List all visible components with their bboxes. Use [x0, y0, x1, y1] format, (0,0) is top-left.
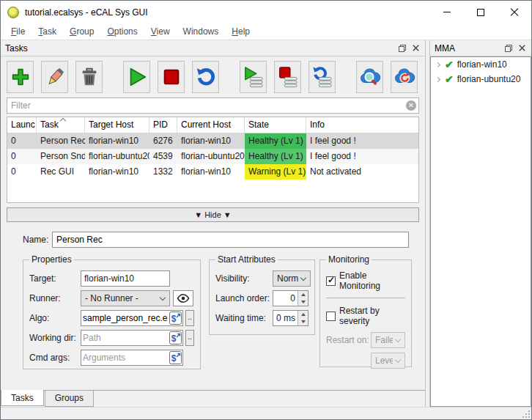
- spin-up-button[interactable]: [298, 291, 308, 298]
- browse-workdir-button[interactable]: ..: [185, 330, 194, 346]
- maximize-button[interactable]: [464, 1, 498, 23]
- properties-title: Properties: [29, 254, 74, 265]
- cmdargs-field-wrap: $: [81, 350, 183, 366]
- tasks-dock: Tasks: [1, 40, 426, 407]
- runner-select[interactable]: - No Runner -: [81, 290, 170, 306]
- menu-windows[interactable]: Windows: [177, 24, 226, 39]
- restart-selected-icon: [311, 66, 333, 88]
- clear-filter-button[interactable]: ✕: [406, 100, 416, 111]
- table-row[interactable]: 0 Rec GUI florian-win10 1332 florian-win…: [7, 164, 418, 180]
- monitoring-title: Monitoring: [326, 254, 372, 265]
- insert-variable-button[interactable]: $: [169, 331, 182, 345]
- update-from-cloud-icon: [394, 66, 415, 88]
- sort-ascending-icon: [59, 118, 65, 124]
- column-launch[interactable]: Launc: [7, 117, 37, 133]
- chevron-down-icon: [160, 294, 166, 300]
- cell-state: Healthy (Lv 1): [245, 133, 306, 149]
- spin-down-button[interactable]: [298, 298, 308, 306]
- workdir-field[interactable]: [81, 331, 169, 345]
- update-from-cloud-button[interactable]: [391, 61, 418, 93]
- mma-close-button[interactable]: [515, 43, 528, 54]
- delete-task-button[interactable]: [75, 61, 103, 93]
- menu-options[interactable]: Options: [100, 24, 144, 39]
- dock-area: Tasks: [1, 40, 531, 407]
- menu-task[interactable]: Task: [32, 24, 63, 39]
- start-icon: [126, 66, 148, 88]
- table-row[interactable]: 0 Person Rec florian-win10 6276 florian-…: [7, 133, 418, 149]
- window-title: tutorial.ecalsys - eCAL Sys GUI: [25, 7, 430, 18]
- spin-up-button[interactable]: [298, 311, 308, 318]
- restart-tasks-button[interactable]: [192, 61, 219, 93]
- restart-by-severity-checkbox[interactable]: Restart by severity: [326, 306, 405, 326]
- tab-tasks[interactable]: Tasks: [1, 390, 44, 406]
- enable-monitoring-checkbox[interactable]: Enable Monitoring: [326, 270, 405, 291]
- column-pid[interactable]: PID: [149, 117, 177, 133]
- task-name-field[interactable]: [52, 232, 409, 248]
- waiting-time-stepper[interactable]: 0 ms: [273, 310, 309, 326]
- mma-float-button[interactable]: [502, 43, 515, 54]
- start-tasks-button[interactable]: [123, 61, 150, 93]
- expand-chevron-icon[interactable]: [435, 62, 440, 67]
- close-icon: [412, 44, 420, 52]
- tasks-close-button[interactable]: [409, 43, 422, 54]
- find-in-cloud-button[interactable]: [356, 61, 383, 93]
- insert-variable-button[interactable]: $: [169, 351, 182, 364]
- column-target-host[interactable]: Target Host: [85, 117, 149, 133]
- cell-launch: 0: [7, 149, 37, 164]
- target-field[interactable]: [81, 270, 170, 287]
- chevron-down-icon: [395, 336, 401, 342]
- workdir-label: Working dir:: [29, 333, 81, 343]
- menu-view[interactable]: View: [144, 24, 177, 39]
- chevron-down-icon: [300, 274, 306, 280]
- column-state[interactable]: State: [245, 117, 306, 133]
- title-bar: tutorial.ecalsys - eCAL Sys GUI: [1, 1, 531, 23]
- view-runner-button[interactable]: [173, 290, 193, 306]
- hide-details-button[interactable]: ▼ Hide ▼: [7, 207, 419, 222]
- checkbox-checked-icon: [326, 276, 336, 286]
- cmdargs-field[interactable]: [81, 351, 169, 364]
- menu-file[interactable]: File: [4, 24, 32, 39]
- start-selected-tasks-button[interactable]: [240, 61, 267, 93]
- close-button[interactable]: [498, 1, 531, 23]
- tree-item-host[interactable]: ✔ florian-ubuntu20: [431, 72, 531, 86]
- cell-current-host: florian-win10: [177, 133, 245, 149]
- algo-field[interactable]: [81, 312, 169, 325]
- detail-groups: Properties Target: Runner: - No Runner -: [23, 259, 419, 369]
- menu-help[interactable]: Help: [225, 24, 256, 39]
- expand-chevron-icon[interactable]: [435, 76, 440, 81]
- filter-input[interactable]: [7, 97, 419, 114]
- browse-algo-button[interactable]: ..: [185, 310, 194, 326]
- resize-grip[interactable]: [522, 410, 530, 418]
- menu-group[interactable]: Group: [63, 24, 100, 39]
- maximize-icon: [477, 9, 484, 16]
- launch-order-stepper[interactable]: 0: [273, 290, 309, 306]
- delete-icon: [78, 66, 100, 88]
- severity-level-select: Level 1: [371, 353, 405, 369]
- status-bar: [1, 407, 531, 419]
- column-info[interactable]: Info: [306, 117, 418, 133]
- add-task-button[interactable]: [7, 61, 34, 93]
- tasks-float-button[interactable]: [396, 43, 409, 54]
- column-task[interactable]: Task: [37, 117, 85, 133]
- target-label: Target:: [29, 273, 81, 284]
- insert-variable-button[interactable]: $: [169, 312, 182, 325]
- stop-selected-tasks-button[interactable]: [274, 61, 301, 93]
- cell-state: Warning (Lv 1): [245, 164, 306, 180]
- tab-groups[interactable]: Groups: [45, 391, 94, 407]
- restart-selected-tasks-button[interactable]: [309, 61, 336, 93]
- restart-on-label: Restart on:: [326, 335, 370, 345]
- close-icon: [518, 44, 526, 52]
- column-current-host[interactable]: Current Host: [177, 117, 245, 133]
- visibility-select[interactable]: Norm: [273, 270, 311, 287]
- stop-tasks-button[interactable]: [158, 61, 185, 93]
- table-row[interactable]: 0 Person Snd florian-ubuntu20 4539 flori…: [7, 149, 418, 164]
- svg-text:$: $: [171, 334, 177, 344]
- cmdargs-label: Cmd args:: [29, 353, 81, 363]
- spin-down-button[interactable]: [298, 318, 308, 325]
- edit-task-button[interactable]: [41, 61, 68, 93]
- tasks-dock-title: Tasks: [5, 43, 396, 54]
- minimize-button[interactable]: [430, 1, 464, 23]
- cell-task: Person Snd: [37, 149, 85, 164]
- cell-current-host: florian-win10: [177, 164, 245, 180]
- tree-item-host[interactable]: ✔ florian-win10: [431, 57, 531, 72]
